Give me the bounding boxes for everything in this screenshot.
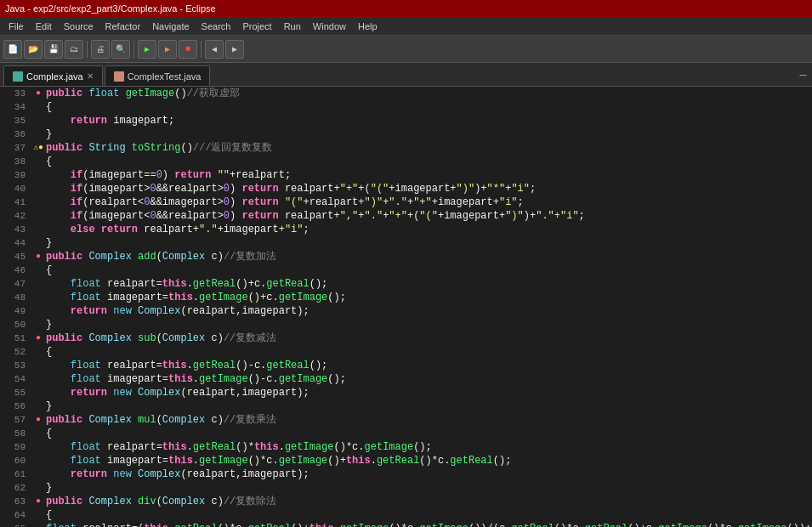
tab-complex-label: Complex.java: [26, 71, 83, 82]
tab-complex-close[interactable]: ✕: [87, 71, 94, 81]
menu-help[interactable]: Help: [353, 20, 383, 33]
menu-refactor[interactable]: Refactor: [100, 20, 146, 33]
tab-complextest-label: ComplexTest.java: [128, 71, 202, 82]
table-row: 38 {: [0, 155, 812, 168]
table-row: 62 }: [0, 481, 812, 495]
menu-search[interactable]: Search: [196, 20, 236, 33]
table-row: 55 return new Complex(realpart,imagepart…: [0, 386, 812, 400]
table-row: 65 float realpart=(this.getReal()*c.getR…: [0, 522, 812, 527]
table-row: 43 else return realpart+"."+imagepart+"i…: [0, 223, 812, 236]
table-row: 57 ● public Complex mul(Complex c)//复数乘法: [0, 413, 812, 427]
table-row: 54 float imagepart=this.getImage()-c.get…: [0, 372, 812, 386]
menu-source[interactable]: Source: [59, 20, 99, 33]
table-row: 45 ● public Complex add(Complex c)//复数加法: [0, 250, 812, 264]
toolbar-print[interactable]: 🖨: [91, 40, 110, 59]
table-row: 53 float realpart=this.getReal()-c.getRe…: [0, 359, 812, 372]
menu-window[interactable]: Window: [308, 20, 351, 33]
tab-complextest-icon: [114, 71, 124, 82]
table-row: 46 {: [0, 264, 812, 277]
table-row: 36 }: [0, 128, 812, 141]
table-row: 52 {: [0, 345, 812, 359]
toolbar-new[interactable]: 📄: [3, 40, 22, 59]
table-row: 64 {: [0, 508, 812, 522]
menu-project[interactable]: Project: [237, 20, 276, 33]
table-row: 33 ● public float getImage()//获取虚部: [0, 87, 812, 100]
table-row: 47 float realpart=this.getReal()+c.getRe…: [0, 277, 812, 291]
toolbar: 📄 📂 💾 🗂 🖨 🔍 ▶ ▶ ■ ◀ ▶: [0, 36, 812, 63]
menu-edit[interactable]: Edit: [31, 20, 57, 33]
tab-complex-icon: [13, 71, 23, 82]
toolbar-forward[interactable]: ▶: [225, 40, 244, 59]
table-row: 50 }: [0, 318, 812, 332]
toolbar-run[interactable]: ▶: [138, 40, 156, 59]
tab-minimize-btn[interactable]: —: [800, 68, 807, 82]
title-bar: Java - exp2/src/exp2_part3/Complex.java …: [0, 0, 812, 17]
code-area[interactable]: 33 ● public float getImage()//获取虚部 34 { …: [0, 87, 812, 527]
table-row: 48 float imagepart=this.getImage()+c.get…: [0, 291, 812, 304]
table-row: 49 return new Complex(realpart,imagepart…: [0, 304, 812, 318]
toolbar-stop[interactable]: ■: [179, 40, 197, 59]
table-row: 41 if(realpart<0&&imagepart>0) return "(…: [0, 196, 812, 209]
toolbar-debug[interactable]: ▶: [158, 40, 177, 59]
table-row: 42 if(imagepart<0&&realpart>0) return re…: [0, 209, 812, 223]
table-row: 59 float realpart=this.getReal()*this.ge…: [0, 440, 812, 454]
table-row: 51 ● public Complex sub(Complex c)//复数减法: [0, 332, 812, 345]
toolbar-sep2: [133, 41, 134, 58]
table-row: 35 return imagepart;: [0, 114, 812, 128]
toolbar-save[interactable]: 💾: [44, 40, 63, 59]
table-row: 34 {: [0, 100, 812, 114]
menu-run[interactable]: Run: [279, 20, 306, 33]
table-row: 61 return new Complex(realpart,imagepart…: [0, 468, 812, 481]
toolbar-save-all[interactable]: 🗂: [65, 40, 83, 59]
menu-navigate[interactable]: Navigate: [147, 20, 194, 33]
menu-bar: File Edit Source Refactor Navigate Searc…: [0, 17, 812, 36]
table-row: 58 {: [0, 427, 812, 440]
toolbar-sep3: [201, 41, 202, 58]
table-row: 60 float imagepart=this.getImage()*c.get…: [0, 454, 812, 468]
tab-complextest[interactable]: ComplexTest.java: [105, 65, 211, 86]
title-text: Java - exp2/src/exp2_part3/Complex.java …: [5, 3, 216, 14]
toolbar-open[interactable]: 📂: [24, 40, 43, 59]
table-row: 39 if(imagepart==0) return ""+realpart;: [0, 168, 812, 182]
table-row: 63 ● public Complex div(Complex c)//复数除法: [0, 495, 812, 508]
table-row: 44 }: [0, 236, 812, 250]
tab-bar: Complex.java ✕ ComplexTest.java —: [0, 63, 812, 87]
toolbar-search[interactable]: 🔍: [111, 40, 130, 59]
menu-file[interactable]: File: [3, 20, 29, 33]
table-row: 37 ⚠● public String toString()///返回复数复数: [0, 141, 812, 155]
toolbar-sep1: [87, 41, 88, 58]
toolbar-back[interactable]: ◀: [205, 40, 224, 59]
table-row: 40 if(imagepart>0&&realpart>0) return re…: [0, 182, 812, 196]
tab-complex[interactable]: Complex.java ✕: [3, 65, 103, 86]
table-row: 56 }: [0, 400, 812, 413]
